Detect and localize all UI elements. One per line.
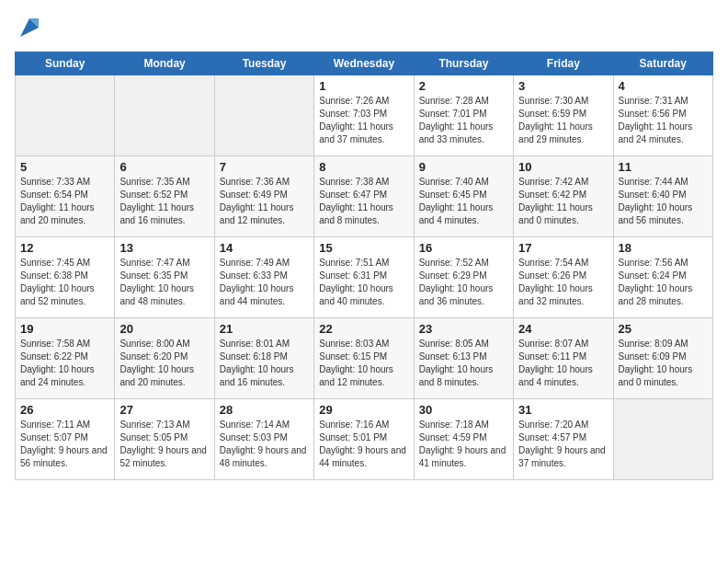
day-number: 29 xyxy=(319,403,408,417)
weekday-header-friday: Friday xyxy=(514,52,613,75)
cell-info: Sunrise: 7:47 AM Sunset: 6:35 PM Dayligh… xyxy=(119,257,209,308)
calendar-cell: 1 Sunrise: 7:26 AM Sunset: 7:03 PM Dayli… xyxy=(314,75,414,156)
cell-info: Sunrise: 7:28 AM Sunset: 7:01 PM Dayligh… xyxy=(419,95,508,146)
calendar-cell xyxy=(16,75,115,156)
cell-info: Sunrise: 7:44 AM Sunset: 6:40 PM Dayligh… xyxy=(619,176,708,227)
calendar-cell: 6 Sunrise: 7:35 AM Sunset: 6:52 PM Dayli… xyxy=(115,156,214,237)
cell-info: Sunrise: 7:54 AM Sunset: 6:26 PM Dayligh… xyxy=(518,257,608,308)
cell-info: Sunrise: 7:58 AM Sunset: 6:22 PM Dayligh… xyxy=(20,338,109,389)
calendar-cell: 15 Sunrise: 7:51 AM Sunset: 6:31 PM Dayl… xyxy=(314,237,414,318)
day-number: 24 xyxy=(518,322,608,336)
cell-info: Sunrise: 8:05 AM Sunset: 6:13 PM Dayligh… xyxy=(419,338,508,389)
day-number: 9 xyxy=(419,160,508,174)
calendar-cell: 2 Sunrise: 7:28 AM Sunset: 7:01 PM Dayli… xyxy=(414,75,513,156)
day-number: 15 xyxy=(319,241,408,255)
day-number: 13 xyxy=(119,241,209,255)
cell-info: Sunrise: 7:56 AM Sunset: 6:24 PM Dayligh… xyxy=(619,257,708,308)
day-number: 12 xyxy=(20,241,109,255)
calendar-cell: 11 Sunrise: 7:44 AM Sunset: 6:40 PM Dayl… xyxy=(613,156,712,237)
calendar-cell xyxy=(214,75,313,156)
calendar-cell: 19 Sunrise: 7:58 AM Sunset: 6:22 PM Dayl… xyxy=(16,318,115,399)
day-number: 17 xyxy=(518,241,608,255)
day-number: 30 xyxy=(419,403,508,417)
calendar-cell: 17 Sunrise: 7:54 AM Sunset: 6:26 PM Dayl… xyxy=(514,237,613,318)
cell-info: Sunrise: 7:16 AM Sunset: 5:01 PM Dayligh… xyxy=(319,419,408,470)
day-number: 21 xyxy=(220,322,309,336)
cell-info: Sunrise: 7:45 AM Sunset: 6:38 PM Dayligh… xyxy=(20,257,109,308)
calendar-cell: 25 Sunrise: 8:09 AM Sunset: 6:09 PM Dayl… xyxy=(613,318,712,399)
calendar-cell: 10 Sunrise: 7:42 AM Sunset: 6:42 PM Dayl… xyxy=(514,156,613,237)
day-number: 8 xyxy=(319,160,408,174)
cell-info: Sunrise: 7:20 AM Sunset: 4:57 PM Dayligh… xyxy=(518,419,608,470)
cell-info: Sunrise: 7:31 AM Sunset: 6:56 PM Dayligh… xyxy=(619,95,708,146)
day-number: 4 xyxy=(619,79,708,93)
cell-info: Sunrise: 7:49 AM Sunset: 6:33 PM Dayligh… xyxy=(220,257,309,308)
cell-info: Sunrise: 7:40 AM Sunset: 6:45 PM Dayligh… xyxy=(419,176,508,227)
weekday-header-monday: Monday xyxy=(115,52,214,75)
day-number: 3 xyxy=(518,79,608,93)
day-number: 28 xyxy=(220,403,309,417)
day-number: 18 xyxy=(619,241,708,255)
calendar-cell: 28 Sunrise: 7:14 AM Sunset: 5:03 PM Dayl… xyxy=(214,399,313,480)
calendar-table: SundayMondayTuesdayWednesdayThursdayFrid… xyxy=(15,52,713,480)
calendar-cell: 9 Sunrise: 7:40 AM Sunset: 6:45 PM Dayli… xyxy=(414,156,513,237)
cell-info: Sunrise: 7:33 AM Sunset: 6:54 PM Dayligh… xyxy=(20,176,109,227)
cell-info: Sunrise: 7:51 AM Sunset: 6:31 PM Dayligh… xyxy=(319,257,408,308)
day-number: 10 xyxy=(518,160,608,174)
calendar-cell: 23 Sunrise: 8:05 AM Sunset: 6:13 PM Dayl… xyxy=(414,318,513,399)
calendar-cell: 3 Sunrise: 7:30 AM Sunset: 6:59 PM Dayli… xyxy=(514,75,613,156)
cell-info: Sunrise: 7:38 AM Sunset: 6:47 PM Dayligh… xyxy=(319,176,408,227)
cell-info: Sunrise: 8:03 AM Sunset: 6:15 PM Dayligh… xyxy=(319,338,408,389)
weekday-header-wednesday: Wednesday xyxy=(314,52,414,75)
cell-info: Sunrise: 7:13 AM Sunset: 5:05 PM Dayligh… xyxy=(119,419,209,470)
cell-info: Sunrise: 7:52 AM Sunset: 6:29 PM Dayligh… xyxy=(419,257,508,308)
calendar-cell: 30 Sunrise: 7:18 AM Sunset: 4:59 PM Dayl… xyxy=(414,399,513,480)
weekday-header-saturday: Saturday xyxy=(613,52,712,75)
day-number: 27 xyxy=(119,403,209,417)
weekday-header-tuesday: Tuesday xyxy=(214,52,313,75)
logo-icon xyxy=(17,15,42,40)
cell-info: Sunrise: 7:14 AM Sunset: 5:03 PM Dayligh… xyxy=(220,419,309,470)
page-header xyxy=(15,15,713,40)
calendar-cell xyxy=(115,75,214,156)
calendar-cell: 4 Sunrise: 7:31 AM Sunset: 6:56 PM Dayli… xyxy=(613,75,712,156)
calendar-cell: 14 Sunrise: 7:49 AM Sunset: 6:33 PM Dayl… xyxy=(214,237,313,318)
calendar-cell: 24 Sunrise: 8:07 AM Sunset: 6:11 PM Dayl… xyxy=(514,318,613,399)
day-number: 19 xyxy=(20,322,109,336)
cell-info: Sunrise: 7:26 AM Sunset: 7:03 PM Dayligh… xyxy=(319,95,408,146)
weekday-header-thursday: Thursday xyxy=(414,52,513,75)
cell-info: Sunrise: 8:09 AM Sunset: 6:09 PM Dayligh… xyxy=(619,338,708,389)
day-number: 26 xyxy=(20,403,109,417)
day-number: 22 xyxy=(319,322,408,336)
day-number: 14 xyxy=(220,241,309,255)
calendar-cell: 31 Sunrise: 7:20 AM Sunset: 4:57 PM Dayl… xyxy=(514,399,613,480)
calendar-cell: 18 Sunrise: 7:56 AM Sunset: 6:24 PM Dayl… xyxy=(613,237,712,318)
calendar-cell: 29 Sunrise: 7:16 AM Sunset: 5:01 PM Dayl… xyxy=(314,399,414,480)
calendar-cell xyxy=(613,399,712,480)
day-number: 7 xyxy=(220,160,309,174)
calendar-cell: 22 Sunrise: 8:03 AM Sunset: 6:15 PM Dayl… xyxy=(314,318,414,399)
cell-info: Sunrise: 7:30 AM Sunset: 6:59 PM Dayligh… xyxy=(518,95,608,146)
day-number: 6 xyxy=(119,160,209,174)
calendar-cell: 7 Sunrise: 7:36 AM Sunset: 6:49 PM Dayli… xyxy=(214,156,313,237)
day-number: 11 xyxy=(619,160,708,174)
cell-info: Sunrise: 7:42 AM Sunset: 6:42 PM Dayligh… xyxy=(518,176,608,227)
day-number: 5 xyxy=(20,160,109,174)
day-number: 1 xyxy=(319,79,408,93)
calendar-cell: 26 Sunrise: 7:11 AM Sunset: 5:07 PM Dayl… xyxy=(16,399,115,480)
calendar-cell: 20 Sunrise: 8:00 AM Sunset: 6:20 PM Dayl… xyxy=(115,318,214,399)
day-number: 2 xyxy=(419,79,508,93)
cell-info: Sunrise: 7:35 AM Sunset: 6:52 PM Dayligh… xyxy=(119,176,209,227)
cell-info: Sunrise: 8:07 AM Sunset: 6:11 PM Dayligh… xyxy=(518,338,608,389)
cell-info: Sunrise: 8:01 AM Sunset: 6:18 PM Dayligh… xyxy=(220,338,309,389)
calendar-cell: 13 Sunrise: 7:47 AM Sunset: 6:35 PM Dayl… xyxy=(115,237,214,318)
calendar-cell: 21 Sunrise: 8:01 AM Sunset: 6:18 PM Dayl… xyxy=(214,318,313,399)
day-number: 31 xyxy=(518,403,608,417)
day-number: 25 xyxy=(619,322,708,336)
cell-info: Sunrise: 7:18 AM Sunset: 4:59 PM Dayligh… xyxy=(419,419,508,470)
calendar-cell: 8 Sunrise: 7:38 AM Sunset: 6:47 PM Dayli… xyxy=(314,156,414,237)
calendar-cell: 12 Sunrise: 7:45 AM Sunset: 6:38 PM Dayl… xyxy=(16,237,115,318)
day-number: 23 xyxy=(419,322,508,336)
weekday-header-sunday: Sunday xyxy=(16,52,115,75)
day-number: 16 xyxy=(419,241,508,255)
